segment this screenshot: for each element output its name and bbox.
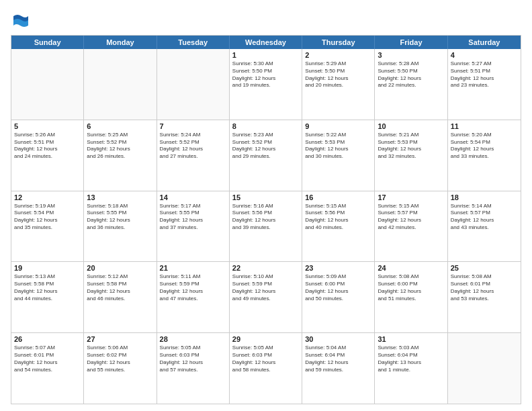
day-number: 9 — [305, 122, 371, 130]
day-cell-14: 14Sunrise: 5:17 AM Sunset: 5:55 PM Dayli… — [157, 191, 230, 262]
calendar: SundayMondayTuesdayWednesdayThursdayFrid… — [11, 35, 521, 404]
day-info: Sunrise: 5:11 AM Sunset: 5:59 PM Dayligh… — [160, 273, 226, 302]
day-cell-27: 27Sunrise: 5:06 AM Sunset: 6:02 PM Dayli… — [84, 333, 157, 404]
day-info: Sunrise: 5:08 AM Sunset: 6:00 PM Dayligh… — [378, 273, 444, 302]
day-info: Sunrise: 5:15 AM Sunset: 5:57 PM Dayligh… — [378, 203, 444, 232]
calendar-row-2: 5Sunrise: 5:26 AM Sunset: 5:51 PM Daylig… — [11, 120, 521, 191]
logo — [11, 11, 32, 30]
day-number: 15 — [232, 193, 299, 201]
day-number: 5 — [14, 122, 81, 130]
day-info: Sunrise: 5:23 AM Sunset: 5:52 PM Dayligh… — [232, 132, 299, 161]
day-cell-6: 6Sunrise: 5:25 AM Sunset: 5:52 PM Daylig… — [84, 120, 157, 191]
day-cell-18: 18Sunrise: 5:14 AM Sunset: 5:57 PM Dayli… — [448, 191, 521, 262]
day-number: 31 — [378, 335, 444, 343]
day-number: 30 — [305, 335, 371, 343]
weekday-header-sunday: Sunday — [11, 36, 84, 49]
day-number: 8 — [232, 122, 299, 130]
day-number: 14 — [160, 193, 226, 201]
day-cell-28: 28Sunrise: 5:05 AM Sunset: 6:03 PM Dayli… — [157, 333, 230, 404]
calendar-row-4: 19Sunrise: 5:13 AM Sunset: 5:58 PM Dayli… — [11, 262, 521, 333]
day-cell-22: 22Sunrise: 5:10 AM Sunset: 5:59 PM Dayli… — [230, 262, 302, 332]
logo-icon — [11, 11, 30, 30]
day-cell-20: 20Sunrise: 5:12 AM Sunset: 5:58 PM Dayli… — [84, 262, 157, 332]
day-info: Sunrise: 5:21 AM Sunset: 5:53 PM Dayligh… — [378, 132, 444, 161]
day-number: 6 — [87, 122, 153, 130]
day-info: Sunrise: 5:16 AM Sunset: 5:56 PM Dayligh… — [232, 203, 299, 232]
day-number: 29 — [232, 335, 299, 343]
day-info: Sunrise: 5:07 AM Sunset: 6:01 PM Dayligh… — [14, 345, 81, 373]
day-info: Sunrise: 5:19 AM Sunset: 5:54 PM Dayligh… — [14, 203, 81, 232]
day-info: Sunrise: 5:12 AM Sunset: 5:58 PM Dayligh… — [87, 273, 153, 302]
day-info: Sunrise: 5:22 AM Sunset: 5:53 PM Dayligh… — [305, 132, 371, 161]
day-info: Sunrise: 5:06 AM Sunset: 6:02 PM Dayligh… — [87, 345, 153, 373]
day-number: 1 — [232, 51, 299, 59]
day-number: 28 — [160, 335, 226, 343]
day-info: Sunrise: 5:26 AM Sunset: 5:51 PM Dayligh… — [14, 132, 81, 161]
day-info: Sunrise: 5:04 AM Sunset: 6:04 PM Dayligh… — [305, 345, 371, 373]
day-cell-9: 9Sunrise: 5:22 AM Sunset: 5:53 PM Daylig… — [302, 120, 375, 191]
day-cell-23: 23Sunrise: 5:09 AM Sunset: 6:00 PM Dayli… — [302, 262, 375, 332]
day-number: 26 — [14, 335, 81, 343]
day-cell-30: 30Sunrise: 5:04 AM Sunset: 6:04 PM Dayli… — [302, 333, 375, 404]
day-cell-25: 25Sunrise: 5:08 AM Sunset: 6:01 PM Dayli… — [448, 262, 521, 332]
weekday-header-thursday: Thursday — [302, 36, 375, 49]
day-number: 11 — [451, 122, 518, 130]
empty-cell-0-2 — [157, 49, 230, 120]
day-info: Sunrise: 5:25 AM Sunset: 5:52 PM Dayligh… — [87, 132, 153, 161]
day-info: Sunrise: 5:17 AM Sunset: 5:55 PM Dayligh… — [160, 203, 226, 232]
empty-cell-0-1 — [84, 49, 157, 120]
day-info: Sunrise: 5:05 AM Sunset: 6:03 PM Dayligh… — [160, 345, 226, 373]
calendar-row-1: 1Sunrise: 5:30 AM Sunset: 5:50 PM Daylig… — [11, 49, 521, 120]
day-info: Sunrise: 5:29 AM Sunset: 5:50 PM Dayligh… — [305, 60, 371, 89]
day-cell-29: 29Sunrise: 5:05 AM Sunset: 6:03 PM Dayli… — [230, 333, 302, 404]
day-info: Sunrise: 5:15 AM Sunset: 5:56 PM Dayligh… — [305, 203, 371, 232]
day-number: 4 — [451, 51, 518, 59]
day-cell-17: 17Sunrise: 5:15 AM Sunset: 5:57 PM Dayli… — [375, 191, 447, 262]
day-number: 27 — [87, 335, 153, 343]
calendar-row-3: 12Sunrise: 5:19 AM Sunset: 5:54 PM Dayli… — [11, 191, 521, 263]
day-number: 19 — [14, 264, 81, 272]
weekday-header-tuesday: Tuesday — [157, 36, 230, 49]
day-cell-1: 1Sunrise: 5:30 AM Sunset: 5:50 PM Daylig… — [230, 49, 302, 120]
day-cell-8: 8Sunrise: 5:23 AM Sunset: 5:52 PM Daylig… — [230, 120, 302, 191]
day-number: 2 — [305, 51, 371, 59]
day-cell-10: 10Sunrise: 5:21 AM Sunset: 5:53 PM Dayli… — [375, 120, 447, 191]
calendar-row-5: 26Sunrise: 5:07 AM Sunset: 6:01 PM Dayli… — [11, 333, 521, 404]
day-cell-11: 11Sunrise: 5:20 AM Sunset: 5:54 PM Dayli… — [448, 120, 521, 191]
day-number: 25 — [451, 264, 518, 272]
day-info: Sunrise: 5:13 AM Sunset: 5:58 PM Dayligh… — [14, 273, 81, 302]
weekday-header-wednesday: Wednesday — [230, 36, 302, 49]
day-cell-4: 4Sunrise: 5:27 AM Sunset: 5:51 PM Daylig… — [448, 49, 521, 120]
weekday-header-saturday: Saturday — [448, 36, 521, 49]
day-cell-19: 19Sunrise: 5:13 AM Sunset: 5:58 PM Dayli… — [11, 262, 84, 332]
day-number: 7 — [160, 122, 226, 130]
day-cell-2: 2Sunrise: 5:29 AM Sunset: 5:50 PM Daylig… — [302, 49, 375, 120]
header — [11, 11, 521, 30]
day-number: 22 — [232, 264, 299, 272]
day-cell-31: 31Sunrise: 5:03 AM Sunset: 6:04 PM Dayli… — [375, 333, 447, 404]
day-number: 10 — [378, 122, 444, 130]
weekday-header-monday: Monday — [84, 36, 157, 49]
day-info: Sunrise: 5:24 AM Sunset: 5:52 PM Dayligh… — [160, 132, 226, 161]
day-info: Sunrise: 5:10 AM Sunset: 5:59 PM Dayligh… — [232, 273, 299, 302]
day-info: Sunrise: 5:09 AM Sunset: 6:00 PM Dayligh… — [305, 273, 371, 302]
day-info: Sunrise: 5:18 AM Sunset: 5:55 PM Dayligh… — [87, 203, 153, 232]
empty-cell-0-0 — [11, 49, 84, 120]
empty-cell-4-6 — [448, 333, 521, 404]
day-cell-26: 26Sunrise: 5:07 AM Sunset: 6:01 PM Dayli… — [11, 333, 84, 404]
day-cell-16: 16Sunrise: 5:15 AM Sunset: 5:56 PM Dayli… — [302, 191, 375, 262]
day-cell-15: 15Sunrise: 5:16 AM Sunset: 5:56 PM Dayli… — [230, 191, 302, 262]
day-number: 21 — [160, 264, 226, 272]
day-number: 20 — [87, 264, 153, 272]
day-number: 23 — [305, 264, 371, 272]
weekday-header-friday: Friday — [375, 36, 447, 49]
day-number: 12 — [14, 193, 81, 201]
day-number: 3 — [378, 51, 444, 59]
day-number: 17 — [378, 193, 444, 201]
page: SundayMondayTuesdayWednesdayThursdayFrid… — [0, 0, 532, 411]
day-info: Sunrise: 5:27 AM Sunset: 5:51 PM Dayligh… — [451, 60, 518, 89]
day-number: 18 — [451, 193, 518, 201]
day-cell-12: 12Sunrise: 5:19 AM Sunset: 5:54 PM Dayli… — [11, 191, 84, 262]
day-info: Sunrise: 5:05 AM Sunset: 6:03 PM Dayligh… — [232, 345, 299, 373]
day-number: 24 — [378, 264, 444, 272]
